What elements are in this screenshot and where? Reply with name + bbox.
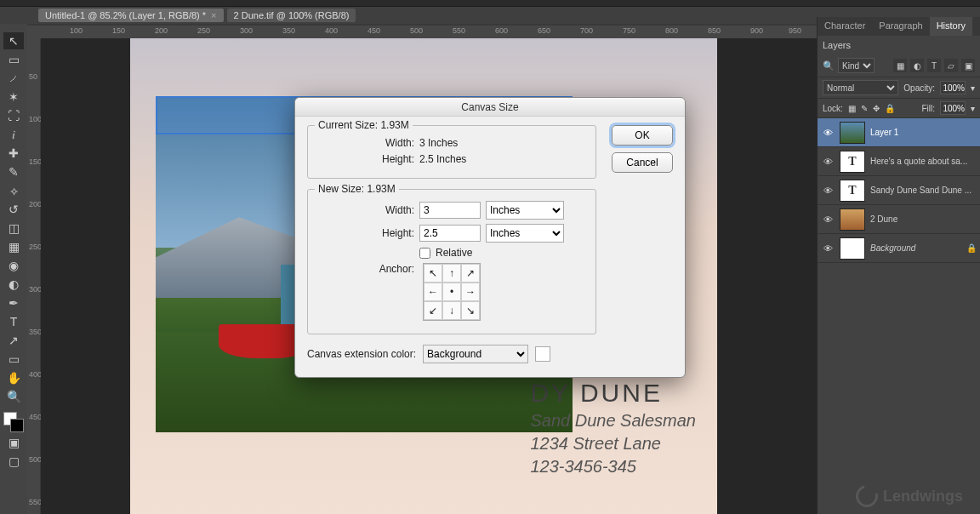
extension-color-select[interactable]: Background xyxy=(423,345,528,363)
marquee-tool[interactable]: ▭ xyxy=(3,51,24,68)
layer-name[interactable]: Sandy Dune Sand Dune ... xyxy=(870,186,977,195)
anchor-n[interactable]: ↑ xyxy=(442,264,461,283)
height-input[interactable] xyxy=(419,225,481,242)
eyedropper-tool[interactable]: 𝑖 xyxy=(3,126,24,143)
lock-paint-icon[interactable]: ✎ xyxy=(861,104,868,113)
zoom-tool[interactable]: 🔍 xyxy=(3,388,24,405)
pen-tool[interactable]: ✒ xyxy=(3,294,24,311)
ruler-horizontal: 100 150 200 250 300 350 400 450 500 550 … xyxy=(27,26,817,38)
tab-history[interactable]: History xyxy=(930,17,972,36)
layer-row[interactable]: 👁 T Sandy Dune Sand Dune ... xyxy=(818,176,980,205)
extension-color-swatch[interactable] xyxy=(535,346,550,362)
anchor-c[interactable]: • xyxy=(442,283,461,301)
card-address: 1234 Street Lane xyxy=(530,434,696,454)
chevron-down-icon[interactable]: ▾ xyxy=(971,83,975,93)
anchor-se[interactable]: ↘ xyxy=(461,301,480,320)
blur-tool[interactable]: ◉ xyxy=(3,257,24,274)
anchor-nw[interactable]: ↖ xyxy=(424,264,442,283)
color-swatch[interactable] xyxy=(3,412,24,432)
anchor-sw[interactable]: ↙ xyxy=(424,301,442,320)
card-phone: 123-3456-345 xyxy=(530,457,696,477)
layer-name[interactable]: 2 Dune xyxy=(870,214,977,224)
layer-thumb[interactable] xyxy=(840,237,865,260)
ok-button[interactable]: OK xyxy=(612,125,673,146)
layer-name[interactable]: Layer 1 xyxy=(870,128,977,137)
search-icon: 🔍 xyxy=(823,60,835,71)
relative-checkbox[interactable] xyxy=(419,248,430,259)
width-input[interactable] xyxy=(419,202,481,219)
lock-label: Lock: xyxy=(823,104,843,113)
crop-tool[interactable]: ⛶ xyxy=(3,107,24,124)
shape-tool[interactable]: ▭ xyxy=(3,351,24,368)
filter-adjust-icon[interactable]: ◐ xyxy=(910,59,924,72)
new-size-value: 1.93M xyxy=(367,183,395,195)
filter-shape-icon[interactable]: ▱ xyxy=(944,59,958,72)
lock-all-icon[interactable]: 🔒 xyxy=(885,104,895,113)
anchor-s[interactable]: ↓ xyxy=(442,301,461,320)
visibility-icon[interactable]: 👁 xyxy=(821,186,835,196)
filter-type-icon[interactable]: T xyxy=(927,59,941,72)
chevron-down-icon[interactable]: ▾ xyxy=(971,104,975,113)
cur-width-label: Width: xyxy=(316,137,414,149)
wand-tool[interactable]: ✶ xyxy=(3,89,24,106)
extension-color-label: Canvas extension color: xyxy=(307,348,416,360)
layer-thumb[interactable] xyxy=(840,208,865,231)
anchor-e[interactable]: → xyxy=(461,283,480,301)
dodge-tool[interactable]: ◐ xyxy=(3,276,24,293)
opacity-input[interactable] xyxy=(940,81,966,94)
layer-row[interactable]: 👁 Background 🔒 xyxy=(818,234,980,263)
layer-name[interactable]: Here's a quote about sa... xyxy=(870,157,977,166)
layer-thumb[interactable]: T xyxy=(840,151,865,173)
fill-label: Fill: xyxy=(921,104,935,113)
stamp-tool[interactable]: ⟡ xyxy=(3,182,24,199)
anchor-ne[interactable]: ↗ xyxy=(461,264,480,283)
filter-smart-icon[interactable]: ▣ xyxy=(961,59,975,72)
gradient-tool[interactable]: ▦ xyxy=(3,238,24,255)
eraser-tool[interactable]: ◫ xyxy=(3,220,24,237)
heal-tool[interactable]: ✚ xyxy=(3,145,24,162)
current-size-label: Current Size: xyxy=(318,119,378,131)
relative-label: Relative xyxy=(436,247,472,259)
cur-height-value: 2.5 Inches xyxy=(419,153,466,165)
layer-row[interactable]: 👁 Layer 1 xyxy=(818,118,980,147)
tab-paragraph[interactable]: Paragraph xyxy=(872,17,929,36)
fill-input[interactable] xyxy=(940,101,966,115)
blend-mode-select[interactable]: Normal xyxy=(823,80,898,95)
height-unit-select[interactable]: Inches xyxy=(486,224,564,243)
path-tool[interactable]: ↗ xyxy=(3,332,24,349)
visibility-icon[interactable]: 👁 xyxy=(821,128,835,138)
hand-tool[interactable]: ✋ xyxy=(3,369,24,386)
anchor-w[interactable]: ← xyxy=(424,283,442,301)
layer-name[interactable]: Background xyxy=(870,243,961,253)
width-unit-select[interactable]: Inches xyxy=(486,201,564,220)
layer-thumb[interactable] xyxy=(840,122,865,144)
visibility-icon[interactable]: 👁 xyxy=(821,214,835,225)
type-tool[interactable]: T xyxy=(3,313,24,330)
lock-pos-icon[interactable]: ✥ xyxy=(873,104,880,113)
lock-trans-icon[interactable]: ▦ xyxy=(848,104,856,113)
dialog-title[interactable]: Canvas Size xyxy=(295,98,685,117)
visibility-icon[interactable]: 👁 xyxy=(821,157,835,167)
layer-kind-select[interactable]: Kind xyxy=(838,58,875,73)
layer-row[interactable]: 👁 T Here's a quote about sa... xyxy=(818,147,980,176)
screenmode-tool[interactable]: ▢ xyxy=(3,453,24,470)
height-label: Height: xyxy=(316,227,414,239)
close-icon[interactable]: × xyxy=(211,10,216,20)
layer-thumb[interactable]: T xyxy=(840,180,865,202)
lasso-tool[interactable]: ⟋ xyxy=(3,70,24,87)
doc-tab-2[interactable]: 2 Dune.tif @ 100% (RGB/8) xyxy=(227,9,356,22)
quickmask-tool[interactable]: ▣ xyxy=(3,434,24,451)
tab-character[interactable]: Character xyxy=(818,17,872,36)
layers-panel-header[interactable]: Layers xyxy=(818,36,980,54)
visibility-icon[interactable]: 👁 xyxy=(821,243,835,254)
cancel-button[interactable]: Cancel xyxy=(612,152,673,173)
canvas-size-dialog: Canvas Size OK Cancel Current Size: 1.93… xyxy=(294,97,686,378)
history-brush-tool[interactable]: ↺ xyxy=(3,201,24,218)
watermark: Lendwings xyxy=(856,485,963,507)
layer-filter-row: 🔍 Kind ▦ ◐ T ▱ ▣ xyxy=(818,54,980,77)
doc-tab-1[interactable]: Untitled-1 @ 85.2% (Layer 1, RGB/8) *× xyxy=(38,9,224,22)
filter-pixel-icon[interactable]: ▦ xyxy=(893,59,907,72)
layer-row[interactable]: 👁 2 Dune xyxy=(818,205,980,234)
move-tool[interactable]: ↖ xyxy=(3,32,24,49)
brush-tool[interactable]: ✎ xyxy=(3,163,24,180)
